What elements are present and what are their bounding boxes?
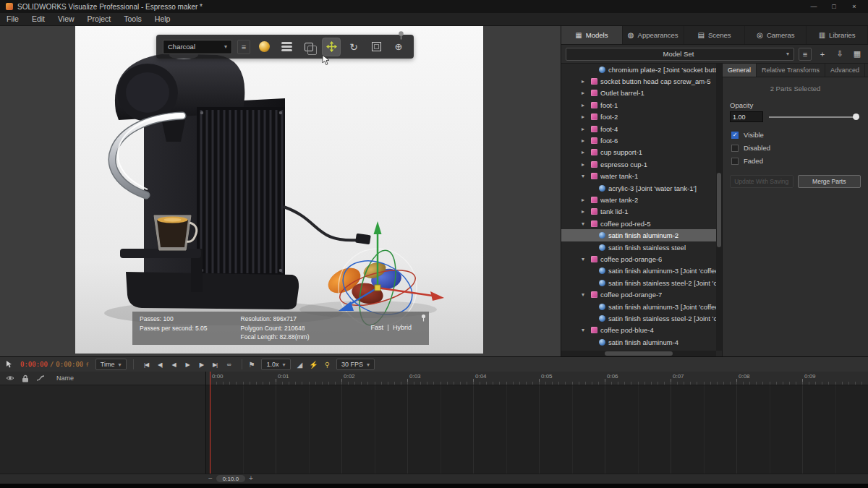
appearance-ball-tool[interactable]: [255, 38, 273, 56]
properties-tab-general[interactable]: General: [723, 64, 757, 77]
expand-arrow-icon[interactable]: ▾: [582, 327, 588, 333]
tree-item[interactable]: ▾water tank-1: [561, 171, 716, 182]
tab-models[interactable]: ▦Models: [561, 26, 623, 44]
tree-item[interactable]: ▾coffee pod-orange-6: [561, 253, 716, 265]
keyframe-icon[interactable]: ⚲: [325, 361, 330, 369]
horizontal-scrollbar-thumb[interactable]: [605, 351, 673, 356]
menu-view[interactable]: View: [51, 13, 81, 25]
layers-tool[interactable]: [300, 38, 318, 56]
close-button[interactable]: ×: [846, 3, 862, 10]
tree-item[interactable]: satin finish aluminum-2: [561, 229, 716, 241]
add-model-button[interactable]: +: [816, 48, 829, 61]
speed-dropdown[interactable]: 1.0x ▾: [261, 359, 290, 370]
maximize-button[interactable]: □: [826, 3, 842, 10]
tab-cameras[interactable]: ◎Cameras: [745, 26, 807, 44]
expand-arrow-icon[interactable]: ▸: [582, 90, 588, 96]
move-tool[interactable]: [323, 38, 340, 56]
stats-pin-icon[interactable]: [420, 314, 427, 322]
menu-tools[interactable]: Tools: [117, 13, 148, 25]
tree-item[interactable]: ▾coffee pod-red-5: [561, 218, 716, 229]
step-forward-button[interactable]: |▶: [195, 359, 208, 370]
tree-horizontal-scrollbar[interactable]: [561, 351, 716, 356]
tree-item[interactable]: ▸espresso cup-1: [561, 158, 716, 170]
checkbox-box[interactable]: ✓: [731, 132, 739, 139]
properties-tab-relative-transforms[interactable]: Relative Transforms: [757, 64, 825, 77]
timeline-tracks[interactable]: 0:000:010:020:030:040:050:060:070:080:09: [206, 372, 868, 474]
playhead[interactable]: [210, 372, 210, 474]
environment-tool[interactable]: ⊕: [390, 38, 407, 56]
merge-parts-button[interactable]: Merge Parts: [798, 175, 861, 188]
expand-arrow-icon[interactable]: ▾: [582, 256, 588, 262]
tree-item[interactable]: satin finish aluminum-3 [Joint 'coffee p…: [561, 265, 716, 277]
tree-item[interactable]: acrylic-3 [Joint 'water tank-1']: [561, 182, 716, 194]
tree-item[interactable]: ▸cup support-1: [561, 147, 716, 158]
scale-tool[interactable]: [367, 38, 385, 56]
timeline-zoom-out-button[interactable]: −: [208, 475, 213, 482]
tree-item[interactable]: ▸socket button head cap screw_am-5: [561, 75, 716, 87]
rotate-tool[interactable]: ↻: [345, 38, 362, 56]
scene-stack-tool[interactable]: [278, 38, 295, 56]
flag-icon[interactable]: ⚑: [249, 361, 255, 369]
play-reverse-button[interactable]: ◀: [168, 359, 180, 370]
expand-arrow-icon[interactable]: ▾: [582, 291, 588, 298]
ramp-icon[interactable]: ◢: [297, 361, 303, 369]
checkbox-faded[interactable]: Faded: [731, 157, 868, 165]
expand-arrow-icon[interactable]: ▸: [582, 197, 588, 203]
tree-item[interactable]: chromium plate-2 [Joint 'socket button h…: [561, 64, 716, 75]
go-to-start-button[interactable]: |◀: [140, 359, 153, 370]
go-to-end-button[interactable]: ▶|: [209, 359, 221, 370]
tree-item[interactable]: ▸Outlet barrel-1: [561, 87, 716, 99]
opacity-slider[interactable]: [769, 112, 859, 121]
lock-icon[interactable]: [22, 374, 29, 382]
expand-arrow-icon[interactable]: ▸: [582, 78, 588, 85]
tree-vertical-scrollbar[interactable]: [716, 64, 722, 351]
render-view[interactable]: Charcoal ▾ ≡ ↻ ⊕: [75, 26, 483, 354]
tree-item[interactable]: satin finish stainless steel-2 [Joint 'c…: [561, 277, 716, 288]
checkbox-disabled[interactable]: Disabled: [731, 144, 868, 152]
menu-edit[interactable]: Edit: [25, 13, 51, 25]
expand-arrow-icon[interactable]: ▸: [582, 126, 588, 132]
expand-arrow-icon[interactable]: ▸: [582, 114, 588, 120]
checkbox-box[interactable]: [731, 158, 739, 165]
menu-project[interactable]: Project: [81, 13, 118, 25]
tree-item[interactable]: satin finish stainless steel: [561, 241, 716, 253]
timeline-zoom-in-button[interactable]: +: [249, 475, 253, 482]
timeline-ruler[interactable]: 0:000:010:020:030:040:050:060:070:080:09: [206, 372, 868, 385]
opacity-input[interactable]: [730, 111, 763, 122]
tree-options-button[interactable]: ≡: [799, 48, 812, 61]
light-icon[interactable]: ⚡: [309, 361, 318, 369]
slider-knob[interactable]: [853, 114, 859, 120]
loop-button[interactable]: ∞: [223, 359, 235, 370]
model-set-dropdown[interactable]: Model Set ▾: [566, 48, 794, 61]
tree-item[interactable]: ▸water tank-2: [561, 194, 716, 205]
tree-item[interactable]: ▸tank lid-1: [561, 206, 716, 218]
expand-arrow-icon[interactable]: ▸: [582, 137, 588, 144]
checkbox-visible[interactable]: ✓Visible: [731, 131, 868, 139]
preset-options-button[interactable]: ≡: [237, 40, 250, 54]
toolbar-pin-icon[interactable]: [397, 30, 405, 40]
tree-item[interactable]: satin finish stainless steel-2 [Joint 'c…: [561, 312, 716, 324]
import-model-button[interactable]: ⇩: [833, 48, 846, 61]
tree-item[interactable]: ▸foot-1: [561, 99, 716, 111]
expand-arrow-icon[interactable]: ▾: [582, 221, 588, 227]
tree-item[interactable]: ▾coffee pod-orange-7: [561, 288, 716, 300]
select-tool-icon[interactable]: [6, 360, 14, 369]
tab-libraries[interactable]: ▥Libraries: [807, 26, 868, 44]
expand-arrow-icon[interactable]: ▾: [582, 173, 588, 179]
checkbox-box[interactable]: [731, 145, 739, 152]
vertical-scrollbar-thumb[interactable]: [717, 173, 721, 247]
time-mode-dropdown[interactable]: Time ▾: [95, 359, 127, 370]
play-button[interactable]: ▶: [182, 359, 194, 370]
properties-tab-advanced[interactable]: Advanced: [825, 64, 865, 77]
menu-help[interactable]: Help: [148, 13, 177, 25]
expand-arrow-icon[interactable]: ▸: [582, 208, 588, 215]
tree-item[interactable]: satin finish aluminum-4: [561, 336, 716, 348]
expand-arrow-icon[interactable]: ▸: [582, 161, 588, 168]
tree-item[interactable]: ▸foot-4: [561, 123, 716, 134]
tree-item[interactable]: ▾coffee pod-blue-4: [561, 325, 716, 336]
fps-dropdown[interactable]: 30 FPS ▾: [336, 359, 375, 370]
expand-arrow-icon[interactable]: ▸: [582, 102, 588, 108]
animation-curve-icon[interactable]: [36, 374, 45, 382]
panel-layout-button[interactable]: ▦: [851, 48, 864, 61]
tab-scenes[interactable]: ▤Scenes: [684, 26, 746, 44]
